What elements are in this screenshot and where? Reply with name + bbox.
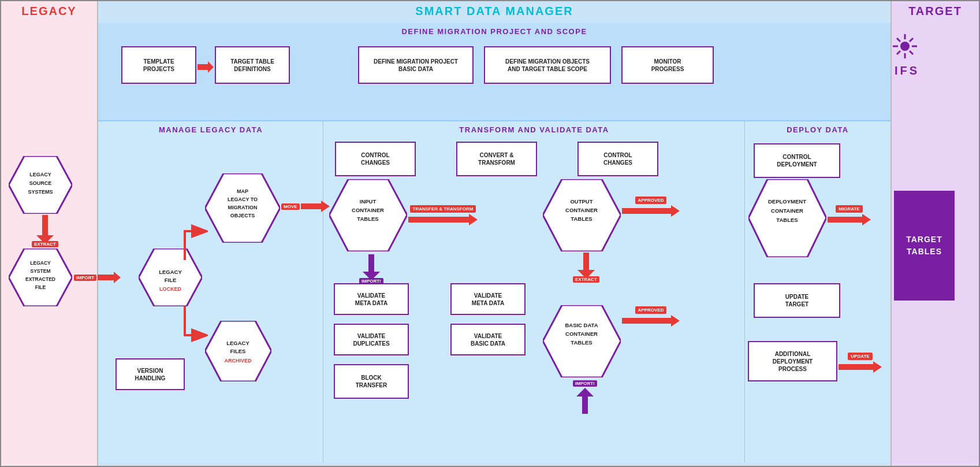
svg-text:LEGACY: LEGACY [159,269,182,275]
validate-duplicates-box[interactable]: VALIDATE DUPLICATES [334,324,409,355]
svg-marker-42 [622,315,680,327]
svg-marker-25 [301,201,330,212]
define-section-label: DEFINE MIGRATION PROJECT AND SCOPE [98,26,890,36]
control-changes-1-box[interactable]: CONTROL CHANGES [335,142,416,176]
svg-marker-30 [363,254,380,280]
svg-text:TABLES: TABLES [776,217,798,223]
svg-text:EXTRACTED: EXTRACTED [25,276,55,282]
transfer-transform-arrow: TRANSFER & TRANSFORM [408,205,478,225]
diagram: LEGACY SMART DATA MANAGER TARGET DEFINE … [0,0,980,467]
move-arrow-wrap: MOVE [281,201,330,212]
svg-line-55 [897,38,900,42]
transfer-label: TRANSFER & TRANSFORM [410,205,476,213]
svg-text:CONTAINER: CONTAINER [565,331,598,337]
define-objects-scope-box[interactable]: DEFINE MIGRATION OBJECTS AND TARGET TABL… [484,46,611,84]
ifs-text: IFS [890,64,919,77]
migrate-arrow-wrap: MIGRATE [828,205,871,225]
svg-text:SYSTEMS: SYSTEMS [28,189,53,195]
output-container-hex[interactable]: OUTPUT CONTAINER TABLES [543,179,621,254]
svg-text:TABLES: TABLES [571,216,592,222]
transform-label: TRANSFORM AND VALIDATE DATA [323,124,745,135]
approved-arrow: APPROVED [622,197,680,217]
svg-line-58 [897,51,900,54]
import-purple-arrow: IMPORT! [359,254,383,284]
update-label: UPDATE [848,353,872,360]
update-target-box[interactable]: UPDATE TARGET [754,283,840,318]
svg-text:CONTAINER: CONTAINER [352,207,384,213]
validate-meta-2-box[interactable]: VALIDATE META DATA [450,283,526,315]
svg-text:BASIC DATA: BASIC DATA [565,322,598,328]
define-project-basic-box[interactable]: DEFINE MIGRATION PROJECT BASIC DATA [358,46,474,84]
svg-text:CONTAINER: CONTAINER [565,207,598,213]
additional-deployment-box[interactable]: ADDITIONAL DEPLOYMENT PROCESS [748,341,837,381]
svg-text:LEGACY: LEGACY [30,260,51,266]
basic-data-container-hex[interactable]: BASIC DATA CONTAINER TABLES [543,305,621,380]
import-purple-2-label: IMPORT! [573,380,597,387]
control-changes-2-box[interactable]: CONTROL CHANGES [577,142,658,176]
target-tables-box[interactable]: TARGET TABLES [894,191,955,301]
deployment-container-hex[interactable]: DEPLOYMENT CONTAINER TABLES [748,179,826,260]
svg-text:SYSTEM: SYSTEM [31,268,51,274]
svg-marker-5 [36,215,54,244]
svg-text:LEGACY TO: LEGACY TO [228,197,258,202]
manage-label: MANAGE LEGACY DATA [98,124,323,135]
def-arrow-1 [198,61,214,75]
legacy-extracted-hex[interactable]: LEGACY SYSTEM EXTRACTED FILE [9,249,72,309]
extract-arrow: EXTRACT [32,215,58,247]
approved-label: APPROVED [635,197,667,204]
svg-marker-31 [408,214,478,225]
validate-meta-1-box[interactable]: VALIDATE META DATA [334,283,409,315]
svg-text:MAP: MAP [237,188,248,194]
svg-text:OUTPUT: OUTPUT [570,198,593,205]
legacy-source-hex[interactable]: LEGACY SOURCE SYSTEMS [9,156,72,216]
import-purple-2-arrow: IMPORT! [573,380,597,414]
extract-2-arrow: EXTRACT [573,253,599,283]
svg-text:DEPLOYMENT: DEPLOYMENT [768,198,806,205]
move-label: MOVE [281,203,300,210]
input-container-hex[interactable]: INPUT CONTAINER TABLES [329,179,407,254]
legacy-files-archived-hex[interactable]: LEGACY FILES ARCHIVED [205,321,271,384]
svg-marker-11 [98,272,121,283]
svg-text:MIGRATION: MIGRATION [228,205,258,210]
extract-2-label: EXTRACT [573,276,599,283]
control-deployment-box[interactable]: CONTROL DEPLOYMENT [754,143,840,178]
svg-marker-48 [828,214,871,225]
arrow-to-map [173,220,208,262]
svg-text:LEGACY: LEGACY [29,172,51,177]
svg-text:TABLES: TABLES [571,339,592,346]
template-projects-box[interactable]: TEMPLATE PROJECTS [121,46,196,84]
import-arrow: IMPORT [74,272,121,283]
svg-marker-49 [839,361,882,373]
target-table-def-box[interactable]: TARGET TABLE DEFINITIONS [215,46,290,84]
migrate-label: MIGRATE [836,205,862,213]
extract-label: EXTRACT [32,241,58,247]
target-tables-label: TARGET TABLES [894,191,955,301]
svg-text:LEGACY: LEGACY [226,340,249,346]
svg-text:INPUT: INPUT [360,198,377,205]
sdm-title: SMART DATA MANAGER [98,5,890,18]
svg-text:SOURCE: SOURCE [29,180,52,186]
svg-marker-43 [576,388,594,414]
svg-text:ARCHIVED: ARCHIVED [224,358,252,364]
svg-line-57 [910,38,913,42]
svg-marker-37 [622,205,680,217]
block-transfer-box[interactable]: BLOCK TRANSFER [334,364,409,399]
import-label: IMPORT [74,275,96,281]
svg-text:CONTAINER: CONTAINER [771,207,803,214]
convert-transform-box[interactable]: CONVERT & TRANSFORM [456,142,537,176]
approved-2-label: APPROVED [635,306,667,314]
ifs-logo: IFS [890,32,919,77]
version-handling-box[interactable]: VERSION HANDLING [115,358,185,390]
svg-text:TABLES: TABLES [357,216,378,222]
svg-text:FILE: FILE [165,277,177,283]
validate-basic-box[interactable]: VALIDATE BASIC DATA [450,324,526,355]
arrow-to-archived [173,306,208,355]
map-legacy-hex[interactable]: MAP LEGACY TO MIGRATION OBJECTS [205,173,280,245]
update-arrow-wrap: UPDATE [839,353,882,373]
svg-text:LOCKED: LOCKED [159,286,182,292]
monitor-progress-box[interactable]: MONITOR PROGRESS [621,46,714,84]
svg-text:FILE: FILE [35,284,46,290]
legacy-title: LEGACY [0,5,98,18]
svg-marker-0 [198,61,214,73]
approved-2-arrow-wrap: APPROVED [622,306,680,327]
